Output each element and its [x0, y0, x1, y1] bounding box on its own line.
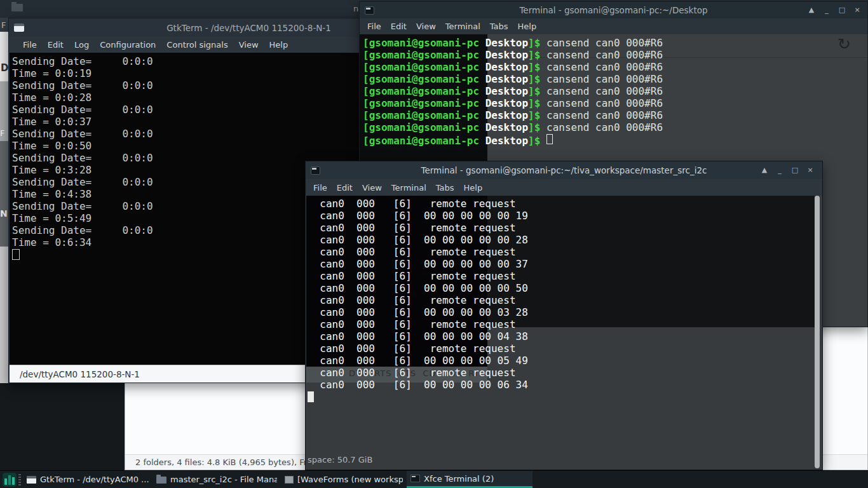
terminal-candump-menubar: FileEditViewTerminalTabsHelp	[306, 179, 822, 196]
terminal-line: can0 000 [6] 00 00 00 00 00 37	[308, 258, 810, 270]
terminal-desktop-titlebar[interactable]: Terminal - gsomani@gsomani-pc:~/Desktop	[360, 2, 867, 18]
prompt-line: [gsomani@gsomani-pc Desktop]$ cansend ca…	[363, 109, 867, 121]
prompt-line: [gsomani@gsomani-pc Desktop]$ cansend ca…	[363, 85, 867, 97]
window-icon	[27, 476, 36, 484]
backdrop-text-fragment: D	[1, 62, 8, 74]
backdrop-menu-fragment: F	[1, 20, 6, 30]
menu-tabs[interactable]: Tabs	[436, 183, 454, 193]
backdrop-left-3: F	[0, 81, 8, 141]
desktop: n F D F N 2 folders, 4 files: 4.8 KiB (4…	[0, 0, 868, 488]
panel-handle[interactable]	[18, 474, 21, 485]
menu-help[interactable]: Help	[464, 183, 483, 193]
taskbar-button-folder[interactable]: master_src_i2c - File Mana...	[153, 471, 277, 488]
terminal-line: can0 000 [6] 00 00 00 00 00 28	[308, 234, 810, 246]
terminal-line: can0 000 [6] remote request	[308, 342, 810, 355]
menu-configuration[interactable]: Configuration	[100, 40, 156, 50]
terminal-line: can0 000 [6] remote request	[308, 294, 810, 306]
scrollbar[interactable]	[815, 196, 820, 468]
taskbar-button-label: GtkTerm - /dev/ttyACM0 ...	[40, 475, 149, 484]
terminal-line: can0 000 [6] remote request	[308, 318, 810, 330]
applications-menu-button[interactable]	[3, 473, 17, 487]
prompt-line: [gsomani@gsomani-pc Desktop]$ cansend ca…	[363, 61, 867, 73]
taskbar-button-label: [WaveForms (new worksp...	[297, 475, 403, 484]
backdrop-top-strip: n	[0, 0, 359, 18]
terminal-candump-window[interactable]: Terminal - gsomani@gsomani-pc:~/tiva_wor…	[305, 161, 823, 470]
menu-tabs[interactable]: Tabs	[490, 22, 508, 31]
terminal-candump-titlebar[interactable]: Terminal - gsomani@gsomani-pc:~/tiva_wor…	[306, 161, 822, 179]
backdrop-left-1: F	[0, 18, 8, 32]
taskbar-button-app[interactable]: [WaveForms (new worksp...	[281, 471, 403, 488]
backdrop-text-fragment: N	[0, 208, 8, 219]
taskbar: GtkTerm - /dev/ttyACM0 ...master_src_i2c…	[0, 470, 868, 488]
terminal-line: can0 000 [6] 00 00 00 00 04 38	[308, 330, 810, 342]
terminal-line: can0 000 [6] remote request	[308, 270, 810, 282]
taskbar-button-terminal[interactable]: Xfce Terminal (2)	[407, 471, 532, 488]
terminal-line: can0 000 [6] 00 00 00 00 03 28	[308, 306, 810, 318]
menu-file[interactable]: File	[23, 40, 37, 50]
terminal-desktop-menubar: FileEditViewTerminalTabsHelp	[360, 18, 867, 34]
folder-icon	[156, 477, 166, 484]
terminal-candump-window-controls: ▲_□×	[760, 166, 815, 174]
terminal-line: can0 000 [6] remote request	[308, 198, 810, 210]
menu-view[interactable]: View	[362, 183, 382, 193]
terminal-desktop-title: Terminal - gsomani@gsomani-pc:~/Desktop	[360, 5, 867, 15]
menu-edit[interactable]: Edit	[391, 22, 407, 31]
backdrop-title-fragment: n	[353, 4, 358, 13]
shade-button[interactable]: ▲	[760, 166, 769, 174]
terminal-line: can0 000 [6] remote request	[308, 222, 810, 234]
prompt-line: [gsomani@gsomani-pc Desktop]$ cansend ca…	[363, 97, 867, 109]
close-button[interactable]: ×	[853, 6, 862, 14]
taskbar-button-window[interactable]: GtkTerm - /dev/ttyACM0 ...	[23, 471, 149, 488]
taskbar-button-label: master_src_i2c - File Mana...	[170, 475, 277, 484]
maximize-button[interactable]: □	[837, 6, 846, 14]
taskbar-button-label: Xfce Terminal (2)	[424, 474, 494, 484]
app-icon	[285, 476, 294, 484]
terminal-line: can0 000 [6] 00 00 00 00 05 49	[308, 355, 810, 367]
menu-log[interactable]: Log	[74, 40, 89, 50]
desktop-bottom-left	[0, 383, 125, 470]
terminal-cursor	[308, 391, 314, 402]
prompt-line: [gsomani@gsomani-pc Desktop]$ cansend ca…	[363, 49, 867, 61]
menu-view[interactable]: View	[239, 40, 259, 50]
gtkterm-port-settings: /dev/ttyACM0 115200-8-N-1	[20, 369, 140, 379]
menu-control-signals[interactable]: Control signals	[166, 40, 227, 50]
shade-button[interactable]: ▲	[807, 6, 816, 14]
backdrop-text-fragment: F	[0, 128, 4, 138]
backdrop-left-2: D	[0, 32, 8, 81]
menu-edit[interactable]: Edit	[337, 183, 353, 193]
menu-file[interactable]: File	[367, 22, 381, 31]
terminal-line: can0 000 [6] 00 00 00 00 00 50	[308, 282, 810, 294]
terminal-candump-title: Terminal - gsomani@gsomani-pc:~/tiva_wor…	[306, 165, 822, 175]
menu-terminal[interactable]: Terminal	[391, 183, 426, 193]
minimize-button[interactable]: _	[822, 6, 831, 14]
backdrop-left-4: N	[0, 141, 8, 247]
menu-help[interactable]: Help	[518, 22, 537, 31]
menu-terminal[interactable]: Terminal	[445, 22, 480, 31]
terminal-line: can0 000 [6] remote request	[308, 367, 810, 379]
terminal-line: can0 000 [6] remote request	[308, 246, 810, 258]
menu-edit[interactable]: Edit	[48, 40, 64, 50]
maximize-button[interactable]: □	[790, 166, 799, 174]
minimize-button[interactable]: _	[775, 166, 784, 174]
prompt-line: [gsomani@gsomani-pc Desktop]$ cansend ca…	[363, 37, 867, 49]
terminal-cursor	[12, 249, 20, 260]
terminal-line: can0 000 [6] 00 00 00 00 06 34	[308, 379, 810, 391]
prompt-line: [gsomani@gsomani-pc Desktop]$ cansend ca…	[363, 73, 867, 85]
prompt-line: [gsomani@gsomani-pc Desktop]$	[363, 133, 867, 147]
folder-icon	[11, 4, 23, 11]
prompt-line: [gsomani@gsomani-pc Desktop]$ cansend ca…	[363, 121, 867, 133]
close-button[interactable]: ×	[806, 166, 815, 174]
terminal-icon	[410, 475, 420, 482]
backdrop-left-5	[0, 247, 8, 383]
terminal-line: can0 000 [6] 00 00 00 00 00 19	[308, 210, 810, 222]
menu-file[interactable]: File	[313, 183, 327, 193]
terminal-desktop-window-controls: ▲_□×	[807, 6, 862, 14]
terminal-candump-output[interactable]: can0 000 [6] remote request can0 000 [6]…	[308, 198, 810, 470]
terminal-cursor	[546, 134, 553, 144]
menu-help[interactable]: Help	[269, 40, 288, 50]
menu-view[interactable]: View	[416, 22, 436, 31]
